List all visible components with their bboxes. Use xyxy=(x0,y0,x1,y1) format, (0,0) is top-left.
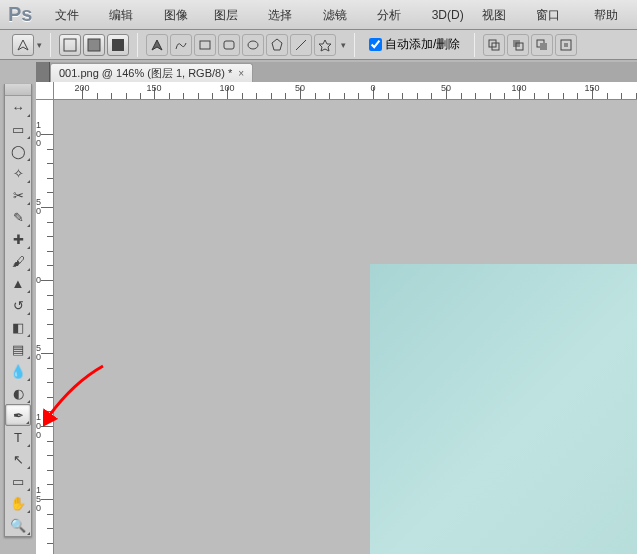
canvas[interactable] xyxy=(54,100,637,554)
tab-strip-handle[interactable] xyxy=(36,62,50,82)
type-tool[interactable]: T xyxy=(5,426,31,448)
option-button[interactable] xyxy=(290,34,312,56)
option-button[interactable] xyxy=(483,34,505,56)
gradient-tool-glyph: ▤ xyxy=(12,342,24,357)
magic-wand-tool-glyph: ✧ xyxy=(13,166,24,181)
ruler-vertical[interactable]: 1 0 05 005 01 0 01 5 0 xyxy=(36,100,54,554)
hand-tool-glyph: ✋ xyxy=(10,496,26,511)
type-tool-glyph: T xyxy=(14,430,22,445)
pathops-2 xyxy=(510,37,526,53)
ruler-number: 5 0 xyxy=(36,198,54,216)
zoom-tool[interactable]: 🔍 xyxy=(5,514,31,536)
eraser-tool[interactable]: ◧ xyxy=(5,316,31,338)
custom-shape-icon xyxy=(317,37,333,53)
ruler-number: 1 5 0 xyxy=(36,486,54,513)
tools-panel: ↔▭◯✧✂✎✚🖌▲↺◧▤💧◐✒T↖▭✋🔍 xyxy=(4,84,32,537)
close-icon[interactable]: × xyxy=(238,68,244,79)
dropdown-icon: ▾ xyxy=(341,40,346,50)
menu-item[interactable]: 视图(V) xyxy=(473,0,528,30)
option-button[interactable] xyxy=(146,34,168,56)
flyout-corner-icon xyxy=(27,268,30,271)
flyout-corner-icon xyxy=(27,136,30,139)
flyout-corner-icon xyxy=(27,532,30,535)
ruler-horizontal[interactable]: 20015010050050100150 xyxy=(54,82,637,100)
menu-item[interactable]: 文件(F) xyxy=(46,0,100,30)
lasso-tool[interactable]: ◯ xyxy=(5,140,31,162)
menu-item[interactable]: 3D(D) xyxy=(423,0,473,30)
svg-rect-0 xyxy=(64,39,76,51)
separator xyxy=(137,33,138,57)
flyout-corner-icon xyxy=(27,378,30,381)
svg-rect-14 xyxy=(564,43,568,47)
flyout-corner-icon xyxy=(27,510,30,513)
marquee-tool[interactable]: ▭ xyxy=(5,118,31,140)
menu-item[interactable]: 滤镜(T) xyxy=(314,0,368,30)
flyout-corner-icon xyxy=(27,488,30,491)
healing-brush-tool[interactable]: ✚ xyxy=(5,228,31,250)
rect-icon xyxy=(197,37,213,53)
menu-item[interactable]: 窗口(W) xyxy=(527,0,585,30)
hand-tool[interactable]: ✋ xyxy=(5,492,31,514)
history-brush-tool-glyph: ↺ xyxy=(13,298,24,313)
svg-point-5 xyxy=(248,41,258,49)
menu-item[interactable]: 选择(S) xyxy=(259,0,314,30)
option-button[interactable] xyxy=(170,34,192,56)
clone-stamp-tool[interactable]: ▲ xyxy=(5,272,31,294)
option-button[interactable] xyxy=(107,34,129,56)
app-logo: Ps xyxy=(8,3,46,27)
shape-layer-mode-icon xyxy=(86,37,102,53)
option-button[interactable] xyxy=(83,34,105,56)
option-button[interactable] xyxy=(314,34,336,56)
ruler-corner xyxy=(36,82,54,100)
brush-tool[interactable]: 🖌 xyxy=(5,250,31,272)
crop-tool[interactable]: ✂ xyxy=(5,184,31,206)
pen-tool-glyph: ✒ xyxy=(13,408,24,423)
ruler-number: 50 xyxy=(295,83,305,93)
history-brush-tool[interactable]: ↺ xyxy=(5,294,31,316)
ellipse-icon xyxy=(245,37,261,53)
pen-icon xyxy=(149,37,165,53)
auto-add-delete-input[interactable] xyxy=(369,38,382,51)
option-button[interactable] xyxy=(242,34,264,56)
menu-item[interactable]: 分析(A) xyxy=(368,0,423,30)
option-button[interactable] xyxy=(266,34,288,56)
path-select-tool[interactable]: ↖ xyxy=(5,448,31,470)
document-region: 001.png @ 146% (图层 1, RGB/8) * × 2001501… xyxy=(36,62,637,554)
menu-item[interactable]: 图像(I) xyxy=(155,0,205,30)
gradient-tool[interactable]: ▤ xyxy=(5,338,31,360)
option-button[interactable] xyxy=(531,34,553,56)
option-button[interactable] xyxy=(507,34,529,56)
separator xyxy=(474,33,475,57)
pen-tool[interactable]: ✒ xyxy=(5,404,31,426)
pathops-3 xyxy=(534,37,550,53)
eyedropper-tool[interactable]: ✎ xyxy=(5,206,31,228)
option-button[interactable] xyxy=(218,34,240,56)
move-tool[interactable]: ↔ xyxy=(5,96,31,118)
ruler-number: 0 xyxy=(370,83,375,93)
flyout-corner-icon xyxy=(27,334,30,337)
dodge-tool[interactable]: ◐ xyxy=(5,382,31,404)
menu-item[interactable]: 编辑(E) xyxy=(100,0,155,30)
document-tab[interactable]: 001.png @ 146% (图层 1, RGB/8) * × xyxy=(50,63,253,82)
crop-tool-glyph: ✂ xyxy=(13,188,24,203)
menu-item[interactable]: 帮助(H xyxy=(585,0,637,30)
flyout-corner-icon xyxy=(27,444,30,447)
magic-wand-tool[interactable]: ✧ xyxy=(5,162,31,184)
svg-line-6 xyxy=(296,40,306,50)
document-tab-strip: 001.png @ 146% (图层 1, RGB/8) * × xyxy=(36,62,637,82)
option-button[interactable] xyxy=(59,34,81,56)
round-rect-icon xyxy=(221,37,237,53)
ruler-number: 5 0 xyxy=(36,344,54,362)
option-button[interactable] xyxy=(555,34,577,56)
menu-item[interactable]: 图层(L) xyxy=(205,0,259,30)
tools-panel-handle[interactable] xyxy=(5,84,31,96)
auto-add-delete-checkbox[interactable]: 自动添加/删除 xyxy=(369,36,460,53)
current-tool-preset[interactable] xyxy=(12,34,34,56)
option-button[interactable] xyxy=(194,34,216,56)
shape-tool[interactable]: ▭ xyxy=(5,470,31,492)
blur-tool[interactable]: 💧 xyxy=(5,360,31,382)
options-bar: ▾ ▾ 自动添加/删除 xyxy=(0,30,637,60)
separator xyxy=(354,33,355,57)
ruler-number: 150 xyxy=(584,83,599,93)
ruler-number: 100 xyxy=(219,83,234,93)
